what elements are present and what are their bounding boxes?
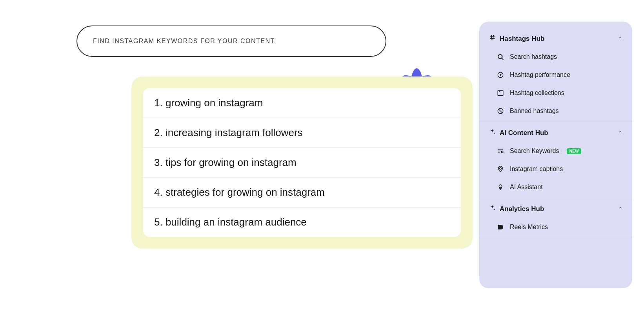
sidebar-item-hashtag-collections[interactable]: Hashtag collections [479,84,632,102]
badge-new: NEW [567,148,581,154]
sidebar-divider [479,122,632,122]
sidebar-item-label: Hashtag collections [510,89,564,96]
sidebar-item-label: Search hashtags [510,53,557,60]
sidebar-divider [479,198,632,198]
sidebar-section-title: Analytics Hub [500,205,544,213]
sidebar: Hashtags Hub ⌃ Search hashtags Hashtag p… [479,22,632,288]
sidebar-item-label: Hashtag performance [510,71,570,78]
chevron-up-icon: ⌃ [618,130,623,136]
sidebar-section-header-left: Hashtags Hub [489,34,544,43]
results-list: 1. growing on instagram2. increasing ins… [143,88,461,237]
sidebar-section-analytics-hub[interactable]: Analytics Hub ⌃ [479,200,632,218]
sidebar-item-hashtag-performance[interactable]: Hashtag performance [479,66,632,84]
svg-line-8 [502,58,503,60]
result-item[interactable]: 5. building an instagram audience [143,207,461,237]
sidebar-section-title: AI Content Hub [500,129,548,137]
sidebar-item-reels-metrics[interactable]: Reels Metrics [479,218,632,236]
svg-line-16 [503,153,503,153]
location-icon [497,165,504,173]
result-item[interactable]: 3. tips for growing on instagram [143,148,461,178]
sparkle-icon [489,128,496,137]
sidebar-item-instagram-captions[interactable]: Instagram captions [479,160,632,178]
keyword-icon [497,147,504,155]
results-card: 1. growing on instagram2. increasing ins… [131,76,473,249]
svg-point-7 [498,55,502,59]
svg-line-14 [498,109,503,113]
sidebar-item-label: Banned hashtags [510,107,559,115]
svg-line-6 [493,35,494,40]
video-icon [497,223,504,231]
sidebar-item-ai-assistant[interactable]: AI Assistant [479,178,632,196]
sidebar-item-label: Reels Metrics [510,224,548,231]
sidebar-section-title: Hashtags Hub [500,35,544,43]
ban-icon [497,107,504,115]
sidebar-section-header-left: AI Content Hub [489,128,548,137]
sidebar-item-search-hashtags[interactable]: Search hashtags [479,48,632,66]
svg-line-5 [491,35,492,40]
search-icon [497,53,504,61]
result-item[interactable]: 1. growing on instagram [143,88,461,118]
sidebar-item-label: AI Assistant [510,184,543,191]
search-bar-container: FIND INSTAGRAM KEYWORDS FOR YOUR CONTENT… [76,25,386,57]
sidebar-item-search-keywords[interactable]: Search Keywords NEW [479,142,632,160]
sidebar-item-label: Instagram captions [510,166,563,173]
chevron-up-icon: ⌃ [618,36,623,42]
result-item[interactable]: 4. strategies for growing on instagram [143,178,461,207]
sidebar-section-hashtags-hub[interactable]: Hashtags Hub ⌃ [479,29,632,48]
sidebar-section-header-left: Analytics Hub [489,204,544,213]
sidebar-item-banned-hashtags[interactable]: Banned hashtags [479,102,632,120]
search-bar-label: FIND INSTAGRAM KEYWORDS FOR YOUR CONTENT… [93,38,277,45]
svg-rect-11 [498,90,503,96]
sidebar-divider [479,238,632,238]
sidebar-section-ai-content-hub[interactable]: AI Content Hub ⌃ [479,124,632,142]
sparkle2-icon [489,204,496,213]
bulb-icon [497,183,504,191]
gauge-icon [497,71,504,79]
bookmark-icon [497,89,504,97]
svg-point-15 [501,151,503,153]
hashtag-icon [489,34,496,43]
svg-point-10 [500,75,501,75]
svg-point-18 [499,185,502,188]
chevron-up-icon: ⌃ [618,206,623,212]
search-bar[interactable]: FIND INSTAGRAM KEYWORDS FOR YOUR CONTENT… [76,25,386,57]
svg-point-17 [500,167,502,169]
sidebar-item-label: Search Keywords [510,147,559,155]
result-item[interactable]: 2. increasing instagram followers [143,118,461,148]
